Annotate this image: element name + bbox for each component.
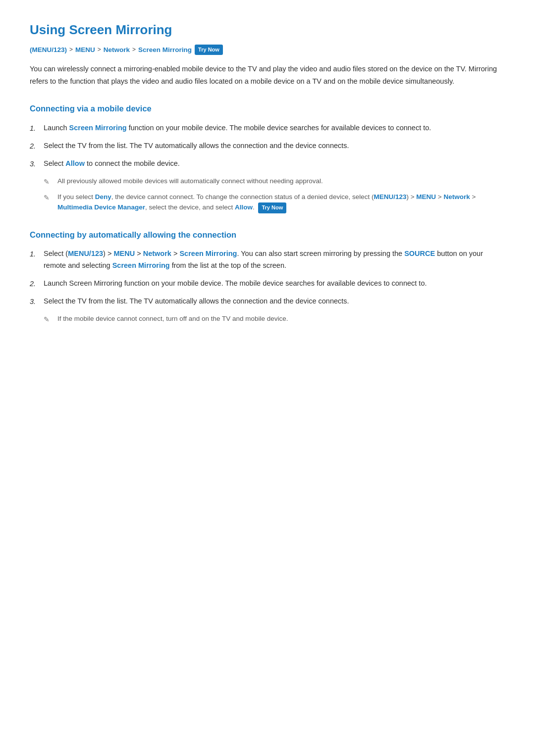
highlight-deny: Deny: [95, 193, 111, 201]
item-number: 3.: [30, 296, 44, 307]
breadcrumb-chevron-3: >: [132, 45, 136, 54]
item-number: 3.: [30, 158, 44, 170]
item-number: 1.: [30, 248, 44, 260]
section1-list: 1. Launch Screen Mirroring function on y…: [30, 122, 505, 170]
note-item: ✎ If the mobile device cannot connect, t…: [44, 313, 505, 325]
note-text: If you select Deny, the device cannot co…: [57, 192, 505, 213]
highlight-allow-2: Allow: [235, 203, 253, 211]
breadcrumb-menu123: (MENU/123): [30, 45, 67, 55]
section2-notes: ✎ If the mobile device cannot connect, t…: [44, 313, 505, 325]
highlight-multimedia-manager: Multimedia Device Manager: [57, 203, 145, 211]
intro-paragraph: You can wirelessly connect a mirroring-e…: [30, 63, 505, 87]
breadcrumb-network: Network: [104, 45, 130, 55]
note-item: ✎ If you select Deny, the device cannot …: [44, 192, 505, 213]
list-item: 1. Select (MENU/123) > MENU > Network > …: [30, 248, 505, 272]
breadcrumb-screen-mirroring: Screen Mirroring: [138, 45, 192, 55]
breadcrumb-chevron-1: >: [69, 45, 73, 54]
list-item: 3. Select the TV from the list. The TV a…: [30, 296, 505, 307]
item-content: Select Allow to connect the mobile devic…: [44, 158, 505, 170]
highlight-allow: Allow: [65, 159, 85, 167]
highlight-source: SOURCE: [404, 250, 435, 257]
highlight-network: Network: [443, 193, 470, 201]
pencil-icon: ✎: [44, 176, 54, 187]
note-text: If the mobile device cannot connect, tur…: [57, 313, 505, 324]
section-auto-connect: Connecting by automatically allowing the…: [30, 228, 505, 325]
highlight-menu123: MENU/123: [68, 250, 103, 257]
list-item: 3. Select Allow to connect the mobile de…: [30, 158, 505, 170]
list-item: 1. Launch Screen Mirroring function on y…: [30, 122, 505, 134]
pencil-icon: ✎: [44, 313, 54, 325]
note-text: All previously allowed mobile devices wi…: [57, 176, 505, 187]
highlight-screen-mirroring: Screen Mirroring: [179, 250, 237, 257]
item-content: Select the TV from the list. The TV auto…: [44, 140, 505, 152]
item-number: 1.: [30, 122, 44, 134]
section1-title: Connecting via a mobile device: [30, 102, 505, 115]
breadcrumb: (MENU/123) > MENU > Network > Screen Mir…: [30, 45, 505, 55]
section-mobile-device: Connecting via a mobile device 1. Launch…: [30, 102, 505, 213]
item-content: Select the TV from the list. The TV auto…: [44, 296, 505, 307]
highlight-screen-mirroring-2: Screen Mirroring: [112, 261, 170, 269]
list-item: 2. Select the TV from the list. The TV a…: [30, 140, 505, 152]
list-item: 2. Launch Screen Mirroring function on y…: [30, 278, 505, 290]
note-item: ✎ All previously allowed mobile devices …: [44, 176, 505, 187]
section2-title: Connecting by automatically allowing the…: [30, 228, 505, 241]
highlight-menu: MENU: [416, 193, 436, 201]
pencil-icon: ✎: [44, 192, 54, 203]
try-now-badge-note[interactable]: Try Now: [258, 202, 286, 213]
page-title: Using Screen Mirroring: [30, 20, 505, 41]
item-content: Launch Screen Mirroring function on your…: [44, 122, 505, 134]
highlight-network: Network: [143, 250, 171, 257]
highlight-screen-mirroring: Screen Mirroring: [69, 124, 127, 132]
item-number: 2.: [30, 140, 44, 152]
item-number: 2.: [30, 278, 44, 290]
try-now-badge-header[interactable]: Try Now: [195, 45, 223, 55]
item-content: Select (MENU/123) > MENU > Network > Scr…: [44, 248, 505, 272]
item-content: Launch Screen Mirroring function on your…: [44, 278, 505, 290]
breadcrumb-menu: MENU: [75, 45, 95, 55]
breadcrumb-chevron-2: >: [98, 45, 101, 54]
section2-list: 1. Select (MENU/123) > MENU > Network > …: [30, 248, 505, 307]
highlight-menu123: MENU/123: [374, 193, 406, 201]
section1-notes: ✎ All previously allowed mobile devices …: [44, 176, 505, 213]
highlight-menu: MENU: [113, 250, 135, 257]
